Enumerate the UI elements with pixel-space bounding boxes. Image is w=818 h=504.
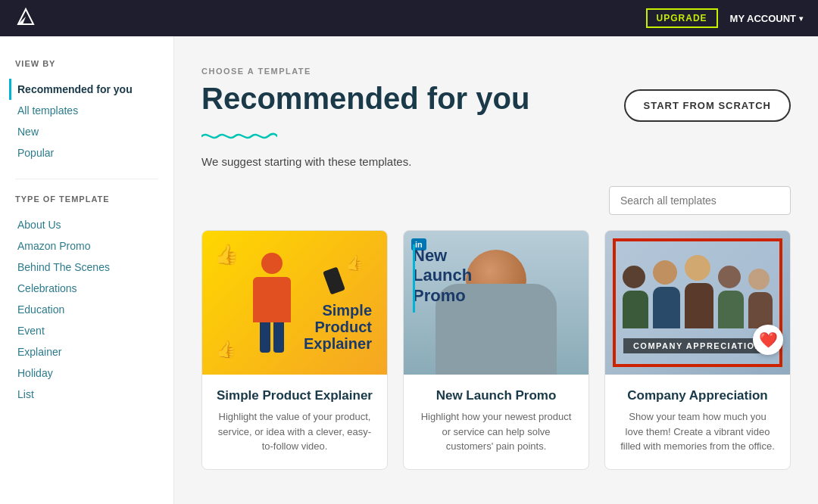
- card-title-new-launch: New Launch Promo: [417, 388, 575, 403]
- template-cards-row: 👍 👍 👍: [201, 230, 791, 470]
- template-card-new-launch[interactable]: in NewLaunchPromo New Launch Promo Highl…: [403, 230, 589, 470]
- top-navigation: UPGRADE MY ACCOUNT ▾: [0, 0, 818, 36]
- sidebar-item-event[interactable]: Event: [9, 320, 158, 341]
- card-title-company-appreciation: Company Appreciation: [619, 388, 776, 403]
- card-desc-new-launch: Highlight how your newest product or ser…: [417, 409, 575, 454]
- page-title: Recommended for you: [201, 82, 529, 115]
- search-input[interactable]: [609, 186, 791, 215]
- start-from-scratch-button[interactable]: START FROM SCRATCH: [624, 89, 791, 122]
- sidebar-item-list[interactable]: List: [9, 384, 158, 405]
- header-row: Recommended for you START FROM SCRATCH: [201, 82, 791, 122]
- chevron-down-icon: ▾: [799, 14, 803, 23]
- sidebar-divider: [15, 179, 158, 179]
- choose-label: CHOOSE A TEMPLATE: [201, 67, 791, 76]
- card-title-simple-product: Simple Product Explainer: [216, 388, 373, 403]
- card-desc-simple-product: Highlight the value of your product, ser…: [216, 409, 373, 454]
- sidebar-item-celebrations[interactable]: Celebrations: [9, 278, 158, 299]
- nav-right: UPGRADE MY ACCOUNT ▾: [646, 8, 803, 28]
- heart-badge-icon: ❤️: [753, 325, 783, 355]
- sidebar-item-explainer[interactable]: Explainer: [9, 341, 158, 362]
- sidebar-item-education[interactable]: Education: [9, 299, 158, 320]
- card-desc-company-appreciation: Show your team how much you love them! C…: [619, 409, 776, 454]
- main-layout: VIEW BY Recommended for you All template…: [0, 36, 818, 504]
- card-image-new-launch: in NewLaunchPromo: [404, 231, 589, 375]
- card-image-simple-product: 👍 👍 👍: [202, 231, 387, 375]
- sidebar: VIEW BY Recommended for you All template…: [0, 36, 174, 504]
- template-card-company-appreciation[interactable]: COMPANY APPRECIATION ❤️ Company Apprecia…: [604, 230, 791, 470]
- main-content: CHOOSE A TEMPLATE Recommended for you ST…: [174, 36, 818, 504]
- card-image-company-appreciation: COMPANY APPRECIATION ❤️: [605, 231, 790, 375]
- sidebar-item-recommended[interactable]: Recommended for you: [9, 79, 158, 100]
- wave-decoration: [201, 129, 791, 143]
- sidebar-item-all-templates[interactable]: All templates: [9, 100, 158, 121]
- simple-product-card-overlay-text: SimpleProductExplainer: [304, 302, 372, 352]
- my-account-label: MY ACCOUNT: [730, 13, 796, 24]
- card-body-new-launch: New Launch Promo Highlight how your newe…: [404, 375, 589, 469]
- card-body-company-appreciation: Company Appreciation Show your team how …: [605, 375, 790, 469]
- sidebar-item-about-us[interactable]: About Us: [9, 214, 158, 235]
- sidebar-item-popular[interactable]: Popular: [9, 142, 158, 163]
- sidebar-item-behind-scenes[interactable]: Behind The Scenes: [9, 257, 158, 278]
- card-body-simple-product: Simple Product Explainer Highlight the v…: [202, 375, 387, 469]
- my-account-menu[interactable]: MY ACCOUNT ▾: [730, 13, 803, 24]
- sidebar-item-amazon-promo[interactable]: Amazon Promo: [9, 235, 158, 257]
- type-of-template-label: TYPE OF TEMPLATE: [15, 194, 158, 204]
- suggest-text: We suggest starting with these templates…: [201, 155, 791, 168]
- launch-text-overlay: NewLaunchPromo: [413, 246, 472, 306]
- upgrade-button[interactable]: UPGRADE: [646, 8, 718, 28]
- logo[interactable]: [15, 6, 36, 30]
- template-card-simple-product[interactable]: 👍 👍 👍: [201, 230, 388, 470]
- view-by-label: VIEW BY: [15, 59, 158, 68]
- sidebar-item-holiday[interactable]: Holiday: [9, 362, 158, 384]
- sidebar-item-new[interactable]: New: [9, 121, 158, 142]
- company-label-bar: COMPANY APPRECIATION: [623, 338, 772, 353]
